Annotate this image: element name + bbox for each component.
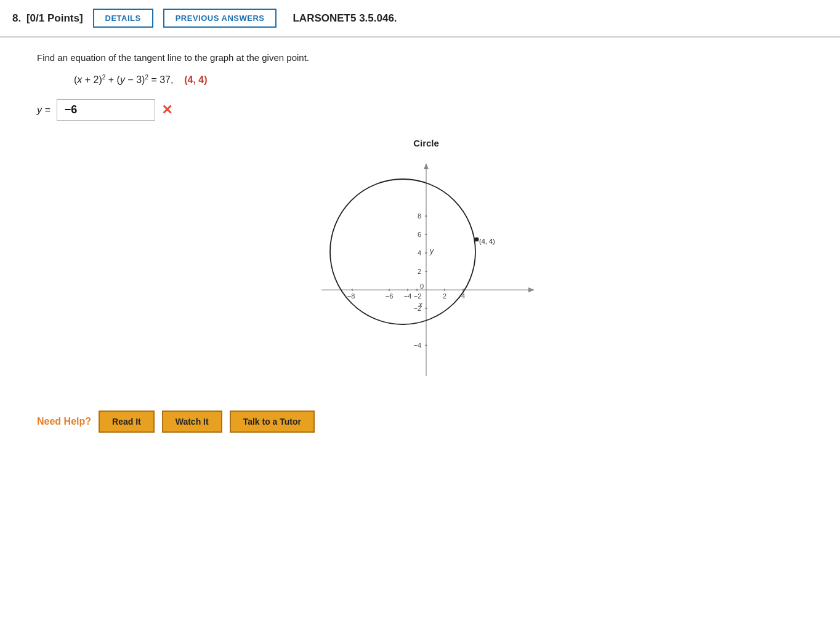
eq-y-term: y − 3 bbox=[120, 74, 142, 85]
graph-svg: −8 −6 −4 −2 2 4 x 8 6 bbox=[309, 154, 543, 388]
svg-text:−4: −4 bbox=[413, 342, 421, 349]
problem-content: Find an equation of the tangent line to … bbox=[0, 38, 840, 451]
svg-text:−2: −2 bbox=[413, 305, 421, 312]
graph-title: Circle bbox=[413, 138, 439, 148]
answer-label: y = bbox=[37, 105, 50, 116]
equation-display: (x + 2)2 + (y − 3)2 = 37, (4, 4) bbox=[74, 74, 815, 86]
wrong-mark[interactable]: ✕ bbox=[161, 102, 172, 118]
svg-text:0: 0 bbox=[420, 282, 424, 290]
given-point: (4, 4) bbox=[184, 74, 207, 85]
instruction-text: Find an equation of the tangent line to … bbox=[37, 52, 815, 63]
talk-to-tutor-button[interactable]: Talk to a Tutor bbox=[230, 411, 315, 433]
graph-container: −8 −6 −4 −2 2 4 x 8 6 bbox=[309, 154, 543, 388]
problem-header: 8. [0/1 Points] DETAILS PREVIOUS ANSWERS… bbox=[0, 0, 840, 38]
svg-text:−8: −8 bbox=[347, 292, 355, 300]
svg-text:−6: −6 bbox=[386, 292, 394, 300]
svg-text:4: 4 bbox=[418, 249, 421, 257]
eq-x-term: x + 2 bbox=[77, 74, 99, 85]
graph-section: Circle −8 −6 bbox=[37, 138, 815, 388]
svg-text:−4: −4 bbox=[404, 292, 412, 300]
need-help-row: Need Help? Read It Watch It Talk to a Tu… bbox=[37, 411, 815, 433]
svg-point-33 bbox=[475, 238, 479, 242]
details-button[interactable]: DETAILS bbox=[93, 9, 153, 28]
need-help-label: Need Help? bbox=[37, 416, 91, 427]
answer-row: y = ✕ bbox=[37, 99, 815, 121]
svg-text:8: 8 bbox=[418, 212, 421, 220]
svg-text:y: y bbox=[429, 247, 434, 255]
problem-number: 8. [0/1 Points] bbox=[12, 12, 83, 25]
svg-text:(4, 4): (4, 4) bbox=[479, 238, 495, 245]
svg-text:2: 2 bbox=[443, 292, 446, 300]
exp1: 2 bbox=[102, 74, 106, 81]
answer-input[interactable] bbox=[57, 99, 155, 121]
problem-code: LARSONET5 3.5.046. bbox=[293, 12, 397, 25]
svg-text:6: 6 bbox=[418, 231, 421, 238]
read-it-button[interactable]: Read It bbox=[99, 411, 155, 433]
svg-text:−2: −2 bbox=[414, 292, 422, 300]
exp2: 2 bbox=[145, 74, 148, 81]
watch-it-button[interactable]: Watch It bbox=[162, 411, 222, 433]
previous-answers-button[interactable]: PREVIOUS ANSWERS bbox=[163, 9, 277, 28]
svg-text:2: 2 bbox=[418, 268, 421, 275]
